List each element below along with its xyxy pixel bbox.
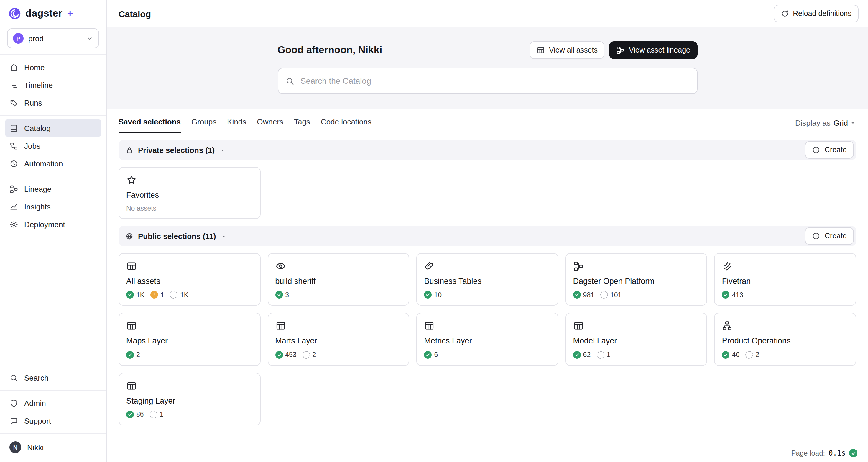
badge-count: 101	[610, 291, 621, 298]
status-badge-success: 10	[424, 291, 442, 299]
badge-count: 453	[285, 351, 296, 358]
create-button[interactable]: Create	[805, 141, 854, 159]
sidebar-item-timeline[interactable]: Timeline	[5, 76, 101, 94]
sidebar-item-jobs[interactable]: Jobs	[5, 137, 101, 154]
selection-card-favorites[interactable]: Favorites No assets	[119, 167, 260, 219]
badge-count: 1K	[180, 291, 188, 298]
display-as-label: Display as	[795, 119, 831, 127]
sidebar-item-search[interactable]: Search	[5, 369, 101, 386]
selection-card-maps-layer[interactable]: Maps Layer 2	[119, 313, 260, 366]
success-status-icon	[275, 291, 283, 299]
missing-status-icon	[170, 291, 178, 299]
tab-tags[interactable]: Tags	[294, 117, 310, 133]
selection-card-business-tables[interactable]: Business Tables 10	[416, 253, 558, 306]
selection-card-metrics-layer[interactable]: Metrics Layer 6	[416, 313, 558, 366]
badge-count: 2	[755, 351, 759, 358]
topbar: Catalog Reload definitions	[107, 0, 868, 27]
badge-count: 62	[583, 351, 591, 358]
sidebar-item-home[interactable]: Home	[5, 58, 101, 76]
status-badge-warning: 1	[150, 291, 164, 299]
success-check-icon	[849, 449, 857, 457]
selection-section-private-selections-1: Private selections (1) Create Favorites …	[107, 140, 868, 219]
success-status-icon	[424, 291, 432, 299]
nav-group: Search	[0, 365, 106, 390]
app-window: dagster + P prod Home Timeline Runs	[0, 0, 868, 462]
tab-code-locations[interactable]: Code locations	[321, 117, 371, 133]
card-badges: 402	[722, 351, 848, 358]
sidebar-item-label: Jobs	[24, 141, 40, 150]
sidebar-item-catalog[interactable]: Catalog	[5, 119, 101, 137]
selection-card-model-layer[interactable]: Model Layer 621	[565, 313, 707, 366]
sidebar-item-support[interactable]: Support	[5, 412, 101, 430]
create-icon	[812, 146, 820, 154]
logo-text: dagster	[25, 8, 63, 20]
create-button[interactable]: Create	[805, 227, 854, 245]
card-title: Fivetran	[722, 277, 848, 286]
dagster-logo[interactable]: dagster +	[0, 0, 106, 27]
badge-count: 3	[285, 291, 289, 298]
badge-count: 2	[136, 351, 140, 358]
selection-card-product-operations[interactable]: Product Operations 402	[714, 313, 856, 366]
status-badge-success: 413	[722, 291, 743, 299]
selection-card-marts-layer[interactable]: Marts Layer 4532	[268, 313, 409, 366]
card-title: All assets	[126, 277, 253, 286]
card-badges: 4532	[275, 351, 402, 358]
insights-icon	[9, 202, 18, 211]
catalog-icon	[9, 124, 18, 133]
reload-definitions-button[interactable]: Reload definitions	[773, 5, 859, 22]
user-menu[interactable]: N Nikki	[0, 437, 106, 457]
tab-saved-selections[interactable]: Saved selections	[119, 117, 181, 133]
selection-card-fivetran[interactable]: Fivetran 413	[714, 253, 856, 306]
card-subtitle: No assets	[126, 205, 253, 212]
warning-status-icon	[150, 291, 158, 299]
table-icon	[126, 261, 137, 271]
view-asset-lineage-button[interactable]: View asset lineage	[610, 41, 697, 59]
missing-status-icon	[303, 351, 310, 358]
sidebar-item-label: Timeline	[24, 81, 53, 89]
create-icon	[812, 232, 820, 240]
sidebar-item-label: Lineage	[24, 184, 52, 193]
cards-grid: All assets 1K11K build sheriff 3 Busines…	[107, 246, 868, 425]
sidebar-item-label: Automation	[24, 159, 63, 168]
sidebar-item-runs[interactable]: Runs	[5, 94, 101, 112]
selection-card-all-assets[interactable]: All assets 1K11K	[119, 253, 260, 306]
sidebar-item-deployment[interactable]: Deployment	[5, 215, 101, 233]
card-badges: 10	[424, 291, 551, 299]
badge-count: 1	[160, 411, 164, 418]
badge-count: 981	[583, 291, 594, 298]
page-title: Catalog	[119, 8, 151, 19]
sidebar-nav: Home Timeline Runs Catalog Jobs Aut	[0, 54, 106, 237]
selection-card-staging-layer[interactable]: Staging Layer 861	[119, 373, 260, 425]
search-input[interactable]	[299, 76, 690, 86]
catalog-search	[277, 68, 697, 94]
card-title: Maps Layer	[126, 337, 253, 346]
selection-card-dagster-open-platform[interactable]: Dagster Open Platform 981101	[565, 253, 707, 306]
display-as-select[interactable]: Grid	[834, 119, 856, 127]
sidebar-bottom-nav: Search Admin Support	[0, 365, 106, 433]
tab-owners[interactable]: Owners	[257, 117, 283, 133]
status-badge-success: 453	[275, 351, 296, 358]
section-header: Private selections (1) Create	[119, 140, 856, 160]
view-asset-lineage-label: View asset lineage	[629, 46, 690, 54]
caret-down-icon[interactable]	[220, 233, 227, 239]
deployment-avatar: P	[13, 33, 24, 44]
section-title: Public selections (11)	[138, 232, 216, 240]
sidebar-item-lineage[interactable]: Lineage	[5, 180, 101, 198]
selection-card-build-sheriff[interactable]: build sheriff 3	[268, 253, 409, 306]
view-all-assets-button[interactable]: View all assets	[530, 41, 605, 59]
card-badges: 861	[126, 411, 253, 418]
success-status-icon	[275, 351, 283, 358]
tab-kinds[interactable]: Kinds	[227, 117, 246, 133]
tab-groups[interactable]: Groups	[191, 117, 216, 133]
paperclip-icon	[424, 261, 435, 271]
sidebar-item-automation[interactable]: Automation	[5, 154, 101, 172]
search-icon	[285, 77, 294, 85]
caret-down-icon[interactable]	[219, 147, 226, 153]
sidebar-item-insights[interactable]: Insights	[5, 198, 101, 215]
sidebar-item-label: Insights	[24, 202, 51, 211]
card-title: Model Layer	[573, 337, 700, 346]
sidebar-item-admin[interactable]: Admin	[5, 394, 101, 412]
deployment-selector[interactable]: P prod	[7, 28, 99, 48]
sidebar-spacer	[0, 237, 106, 365]
jobs-icon	[9, 141, 18, 150]
